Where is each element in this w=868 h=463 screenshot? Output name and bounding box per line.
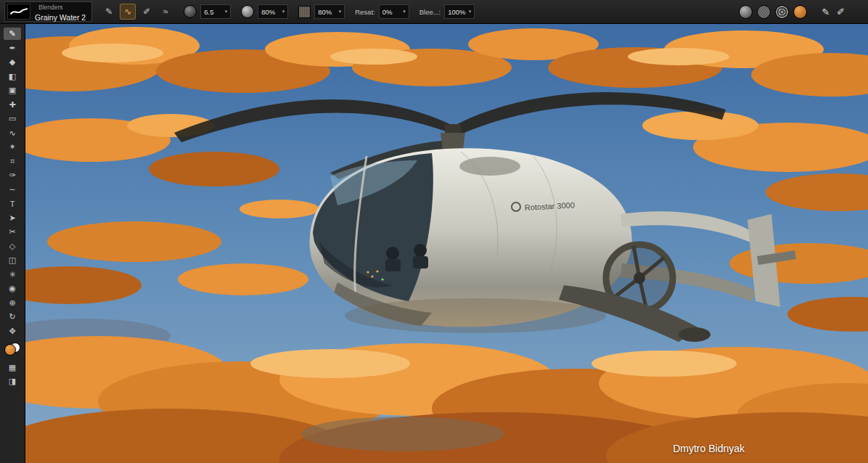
- brush-calibrate-icon[interactable]: ✐: [837, 7, 845, 17]
- brush-selector[interactable]: Blenders Grainy Water 2: [4, 1, 92, 22]
- rotate-page-tool[interactable]: ↻: [4, 311, 21, 323]
- mixer-pad-icon[interactable]: [739, 5, 753, 19]
- paper-selector[interactable]: ▦: [4, 361, 21, 374]
- document-canvas[interactable]: Rotostar 3000 Dmytro Bidnyak: [25, 24, 868, 463]
- artist-credit: Dmytro Bidnyak: [673, 443, 745, 454]
- airbrush-icon[interactable]: ✐: [139, 4, 155, 20]
- scissors-tool[interactable]: ✂: [4, 226, 21, 238]
- paper-selector-icon[interactable]: [757, 5, 771, 19]
- top-toolbar: Blenders Grainy Water 2 ✎∿✐≈ 6.5 ▾ 80% ▾: [0, 0, 868, 24]
- zoom-tool[interactable]: ⊕: [4, 297, 21, 309]
- mirror-painting-tool[interactable]: ◫: [4, 254, 21, 266]
- opacity-icon: [241, 5, 254, 18]
- brush-stroke-preview-icon: [7, 4, 30, 20]
- tool-mode-group: ✎∿✐≈: [101, 4, 173, 20]
- brush-ghost-icon[interactable]: ✎: [822, 7, 830, 17]
- content-selectors: [739, 5, 807, 19]
- brush-utility-group: ✎✐: [822, 7, 845, 17]
- chevron-down-icon[interactable]: ▾: [403, 9, 406, 15]
- paint-bucket-tool[interactable]: ◧: [4, 70, 21, 83]
- chevron-down-icon[interactable]: ▾: [339, 9, 342, 15]
- bleed-label: Blee...:: [419, 8, 441, 16]
- bleed-control: Blee...: 100% ▾: [419, 4, 475, 19]
- shape-edit-tool[interactable]: ◇: [4, 240, 21, 253]
- crop-tool[interactable]: ⌗: [4, 155, 21, 168]
- brush-size-icon: [184, 5, 197, 18]
- layer-adjuster-tool[interactable]: ✚: [4, 99, 21, 111]
- grain-control: 80% ▾: [298, 4, 345, 19]
- pattern-selector-icon[interactable]: [775, 5, 789, 19]
- opacity-control: 80% ▾: [241, 4, 288, 19]
- brush-category-label: Blenders: [35, 1, 86, 14]
- bleed-field[interactable]: 100% ▾: [444, 4, 475, 19]
- gradient-selector[interactable]: ◨: [4, 375, 21, 388]
- color-selector-icon[interactable]: [793, 5, 807, 19]
- main-color-swatch[interactable]: [4, 343, 20, 356]
- divine-proportion-tool[interactable]: ◉: [4, 282, 21, 295]
- resat-control: Resat: 0% ▾: [355, 4, 409, 19]
- pen-tool[interactable]: ✑: [4, 169, 21, 181]
- size-control: 6.5 ▾: [184, 4, 231, 19]
- grain-field[interactable]: 80% ▾: [314, 4, 345, 19]
- chevron-down-icon[interactable]: ▾: [282, 9, 285, 15]
- primary-color-swatch[interactable]: [4, 344, 16, 356]
- magic-wand-tool[interactable]: ✶: [4, 141, 21, 153]
- kaleidoscope-tool[interactable]: ✳: [4, 269, 21, 281]
- chevron-down-icon[interactable]: ▾: [469, 9, 472, 15]
- rect-select-tool[interactable]: ▭: [4, 112, 21, 125]
- blender-icon[interactable]: ∿: [120, 4, 136, 20]
- toolbox: ✎✒◆◧▣✚▭∿✶⌗✑∼T➤✂◇◫✳◉⊕↻✥ ▦◨: [0, 24, 25, 463]
- resat-label: Resat:: [355, 8, 374, 16]
- shape-select-tool[interactable]: ➤: [4, 212, 21, 224]
- painter-app: Blenders Grainy Water 2 ✎∿✐≈ 6.5 ▾ 80% ▾: [0, 0, 868, 463]
- size-field[interactable]: 6.5 ▾: [200, 4, 231, 19]
- chevron-down-icon[interactable]: ▾: [225, 9, 228, 15]
- stroke-icon[interactable]: ≈: [157, 4, 173, 20]
- lasso-tool[interactable]: ∿: [4, 127, 21, 139]
- quick-curve-tool[interactable]: ∼: [4, 184, 21, 196]
- brush-variant-label: Grainy Water 2: [35, 14, 86, 22]
- text-tool[interactable]: T: [4, 197, 21, 210]
- stamp-tool[interactable]: ▣: [4, 84, 21, 97]
- brush-tool[interactable]: ✎: [4, 28, 21, 40]
- grain-icon: [298, 6, 311, 18]
- resat-field[interactable]: 0% ▾: [379, 4, 409, 19]
- opacity-field[interactable]: 80% ▾: [258, 4, 288, 19]
- dropper-tool[interactable]: ✒: [4, 42, 21, 54]
- eraser-tool[interactable]: ◆: [4, 56, 21, 68]
- grabber-tool[interactable]: ✥: [4, 325, 21, 337]
- brush-icon[interactable]: ✎: [101, 4, 117, 20]
- canvas-artwork[interactable]: Rotostar 3000: [25, 24, 868, 463]
